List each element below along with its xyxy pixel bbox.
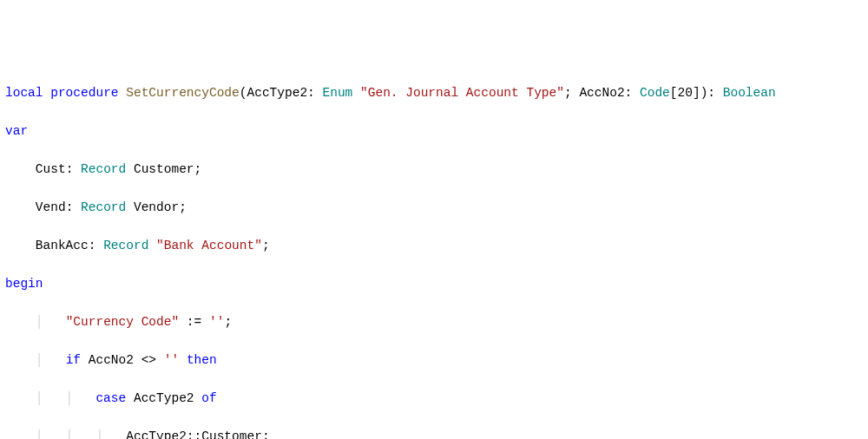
- record-type: Customer: [134, 162, 194, 176]
- indent: [5, 162, 36, 176]
- code-line: begin: [5, 274, 863, 293]
- semi: ;: [224, 315, 232, 329]
- semi: ;: [194, 162, 202, 176]
- type-code: Code: [640, 86, 670, 100]
- procedure-name: SetCurrencyCode: [126, 86, 240, 100]
- keyword-begin: begin: [5, 277, 43, 291]
- code-line: │ if AccNo2 <> '' then: [5, 351, 863, 370]
- string-bankacct: "Bank Account": [156, 239, 262, 252]
- code-line: var: [5, 121, 863, 141]
- colon: :: [89, 239, 96, 252]
- colon: :: [66, 162, 74, 176]
- code-line: Vend: Record Vendor;: [5, 198, 863, 217]
- code-line: Cust: Record Customer;: [5, 160, 863, 179]
- string-curcode: "Currency Code": [66, 315, 180, 329]
- keyword-if: if: [66, 353, 81, 367]
- colon: :: [262, 429, 270, 439]
- colon: :: [307, 86, 315, 100]
- colon: :: [625, 86, 633, 100]
- type-boolean: Boolean: [723, 86, 776, 100]
- case-label: AccType2: [126, 429, 187, 439]
- keyword-then: then: [187, 353, 217, 367]
- var-name: BankAcc: [36, 239, 89, 252]
- colon: :: [707, 86, 715, 100]
- record-type: Vendor: [134, 200, 179, 214]
- keyword-procedure: procedure: [50, 86, 118, 100]
- type-record: Record: [81, 200, 126, 214]
- indent-guide: │: [5, 315, 66, 329]
- code-line: │ │ │ AccType2::Customer:: [5, 427, 863, 439]
- enum-value: Customer: [201, 429, 262, 439]
- code-line: local procedure SetCurrencyCode(AccType2…: [5, 83, 863, 102]
- keyword-of: of: [201, 391, 216, 405]
- op-ne: <>: [141, 353, 156, 367]
- code-line: │ │ case AccType2 of: [5, 389, 863, 408]
- code-line: BankAcc: Record "Bank Account";: [5, 236, 863, 255]
- indent-guide: │ │: [5, 391, 95, 405]
- expr: AccType2: [134, 391, 194, 405]
- string-empty: '': [209, 315, 224, 329]
- keyword-case: case: [95, 391, 126, 405]
- colon: :: [66, 200, 74, 214]
- var-name: Vend: [36, 200, 66, 214]
- semi: ;: [262, 239, 270, 252]
- type-record: Record: [81, 162, 126, 176]
- op-assign: :=: [187, 315, 201, 329]
- indent-guide: │ │ │: [5, 429, 126, 439]
- code-line: │ "Currency Code" := '';: [5, 312, 863, 331]
- type-record: Record: [103, 239, 148, 252]
- indent: [5, 239, 36, 252]
- keyword-var: var: [5, 124, 28, 138]
- code-size: [20]: [670, 86, 700, 100]
- semi: ;: [179, 200, 187, 214]
- string-empty: '': [164, 353, 179, 367]
- indent: [5, 200, 36, 214]
- expr: AccNo2: [89, 353, 134, 367]
- keyword-local: local: [5, 86, 43, 100]
- param-name: AccType2: [247, 86, 307, 100]
- param-name: AccNo2: [579, 86, 624, 100]
- semi: ;: [564, 86, 572, 100]
- op-dcolon: ::: [187, 429, 201, 439]
- string-gjatype: "Gen. Journal Account Type": [360, 86, 564, 100]
- indent-guide: │: [5, 353, 66, 367]
- var-name: Cust: [36, 162, 66, 176]
- type-enum: Enum: [323, 86, 353, 100]
